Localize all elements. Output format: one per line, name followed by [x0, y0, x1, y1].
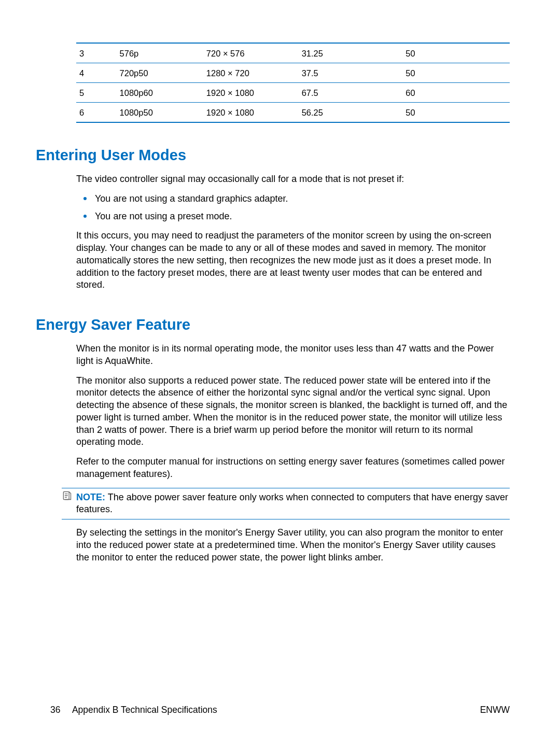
cell-resolution: 1920 × 1080 — [206, 83, 302, 103]
cell-index: 5 — [76, 83, 120, 103]
cell-hfreq: 31.25 — [302, 43, 406, 63]
page-footer: 36 Appendix B Technical Specifications E… — [50, 705, 510, 715]
heading-entering-user-modes: Entering User Modes — [36, 123, 510, 173]
footer-right: ENWW — [480, 705, 510, 715]
note-rule-bottom — [62, 519, 510, 519]
cell-resolution: 1280 × 720 — [206, 63, 302, 83]
page: 3 576p 720 × 576 31.25 50 4 720p50 1280 … — [0, 0, 560, 745]
content-area: 3 576p 720 × 576 31.25 50 4 720p50 1280 … — [76, 43, 510, 571]
cell-hfreq: 67.5 — [302, 83, 406, 103]
cell-mode-name: 1080p50 — [120, 103, 206, 123]
heading-energy-saver-feature: Energy Saver Feature — [36, 299, 510, 343]
cell-index: 6 — [76, 103, 120, 123]
note-label: NOTE: — [76, 492, 105, 502]
footer-left: 36 Appendix B Technical Specifications — [50, 705, 217, 715]
cell-resolution: 1920 × 1080 — [206, 103, 302, 123]
note-content: NOTE: The above power saver feature only… — [76, 488, 510, 519]
video-modes-table: 3 576p 720 × 576 31.25 50 4 720p50 1280 … — [76, 43, 510, 123]
cell-vfreq: 50 — [405, 43, 510, 63]
cell-index: 4 — [76, 63, 120, 83]
table-row: 4 720p50 1280 × 720 37.5 50 — [76, 63, 510, 83]
note-body: The above power saver feature only works… — [76, 492, 508, 515]
list-item: You are not using a preset mode. — [76, 210, 510, 223]
paragraph: Refer to the computer manual for instruc… — [76, 456, 510, 481]
note-text: NOTE: The above power saver feature only… — [76, 492, 508, 515]
table-row: 5 1080p60 1920 × 1080 67.5 60 — [76, 83, 510, 103]
list-item: You are not using a standard graphics ad… — [76, 193, 510, 205]
cell-hfreq: 37.5 — [302, 63, 406, 83]
cell-mode-name: 720p50 — [120, 63, 206, 83]
cell-mode-name: 1080p60 — [120, 83, 206, 103]
cell-resolution: 720 × 576 — [206, 43, 302, 63]
note-block: NOTE: The above power saver feature only… — [76, 488, 510, 520]
table-row: 3 576p 720 × 576 31.25 50 — [76, 43, 510, 63]
paragraph: It this occurs, you may need to readjust… — [76, 230, 510, 291]
paragraph: The monitor also supports a reduced powe… — [76, 375, 510, 449]
paragraph: The video controller signal may occasion… — [76, 173, 510, 186]
cell-index: 3 — [76, 43, 120, 63]
paragraph: By selecting the settings in the monitor… — [76, 527, 510, 564]
table-row: 6 1080p50 1920 × 1080 56.25 50 — [76, 103, 510, 123]
page-number: 36 — [50, 705, 70, 715]
paragraph: When the monitor is in its normal operat… — [76, 343, 510, 368]
note-icon — [62, 490, 72, 501]
cell-vfreq: 50 — [405, 103, 510, 123]
footer-section-title: Appendix B Technical Specifications — [72, 705, 217, 715]
cell-hfreq: 56.25 — [302, 103, 406, 123]
bullet-list: You are not using a standard graphics ad… — [76, 193, 510, 223]
cell-vfreq: 60 — [405, 83, 510, 103]
cell-mode-name: 576p — [120, 43, 206, 63]
cell-vfreq: 50 — [405, 63, 510, 83]
